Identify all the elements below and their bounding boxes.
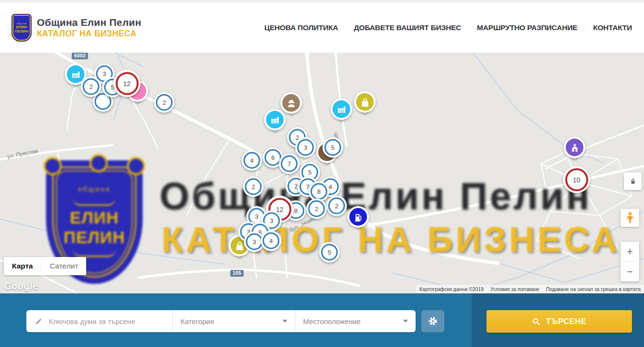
church-icon [569,142,580,153]
map-cluster-marker[interactable]: 2 [243,177,264,197]
site-title: Община Елин Пелин [37,17,141,28]
map-cluster-marker[interactable]: 3 [295,137,316,158]
fuel-icon [353,212,363,222]
location-label: Местоположение [303,317,361,325]
worker-icon [286,98,296,108]
map-cluster-marker[interactable]: 7 [279,154,300,174]
keyword-field[interactable] [26,310,172,332]
search-button[interactable]: ТЪРСЕНЕ [486,310,632,333]
cluster-count: 7 [281,156,298,172]
attribution-link-1[interactable]: Условия за ползване [487,286,542,292]
map-cluster-marker[interactable]: 4 [261,231,282,251]
map-cluster-marker[interactable]: 2 [327,196,347,216]
factory-icon [70,69,81,79]
map-type-map-button[interactable]: Карта [4,257,41,275]
map-cluster-marker[interactable]: 5 [323,137,343,158]
map-cluster-marker[interactable]: 4 [242,150,262,171]
chevron-down-icon [282,320,287,323]
cluster-count: 3 [297,139,314,156]
map-pin-factory[interactable] [264,109,286,131]
site-subtitle: КАТАЛОГ НА БИЗНЕСА [37,29,141,39]
cluster-count: 2 [308,201,325,217]
street-view-pegman-button[interactable] [621,209,639,227]
cluster-count: 12 [115,72,138,95]
cluster-count: 2 [156,94,173,111]
cluster-count: 2 [83,78,100,95]
zoom-in-button[interactable]: + [621,242,639,261]
search-fields: Категория Местоположение [26,310,416,332]
category-select[interactable]: Категория [172,310,295,332]
nav-item-2[interactable]: МАРШРУТНО РАЗПИСАНИЕ [477,23,577,32]
map-cluster-marker[interactable]: 2 [154,92,175,113]
cluster-count: 8 [311,183,328,200]
map-type-control: Карта Сателит [4,257,86,275]
pencil-icon [34,317,43,325]
map-pin-fuel[interactable] [348,206,369,228]
google-logo[interactable]: Google [4,281,38,292]
cluster-count: 5 [325,139,341,156]
header: община ЕЛИН ПЕЛИН Община Елин Пелин КАТА… [0,0,644,53]
cluster-count: 10 [565,168,588,191]
cluster-count: 4 [244,152,260,169]
main-nav: ЦЕНОВА ПОЛИТИКАДОБАВЕТЕ ВАШИЯТ БИЗНЕСМАР… [264,23,632,32]
factory-icon [336,104,347,114]
map-pin-church[interactable] [564,137,586,158]
bag-icon [360,97,370,107]
nav-item-0[interactable]: ЦЕНОВА ПОЛИТИКА [264,23,338,32]
cluster-count: 2 [328,198,345,214]
map-pin-bag[interactable] [354,91,376,113]
map-zoom-control: + − [621,242,639,281]
search-button-label: ТЪРСЕНЕ [546,317,586,326]
road-badge: 6002 [72,53,88,59]
zoom-out-button[interactable]: − [621,262,639,281]
crest-line2: ПЕЛИН [15,29,28,34]
advanced-settings-button[interactable] [421,310,444,332]
factory-icon [270,114,280,125]
map-cluster-marker[interactable]: 5 [319,242,340,263]
map-lock-button[interactable] [624,172,642,190]
nav-item-1[interactable]: ДОБАВЕТЕ ВАШИЯТ БИЗНЕС [354,23,461,32]
nav-item-3[interactable]: КОНТАКТИ [593,23,632,32]
attribution-text: Картографски данни ©2019 [416,286,487,292]
map-cluster-marker[interactable]: 10 [563,166,590,193]
map-cluster-marker[interactable]: 2 [306,199,327,219]
cluster-count: 4 [263,233,280,249]
bag-icon [234,240,245,251]
cluster-count: 2 [245,179,262,195]
search-bar: Категория Местоположение ТЪРСЕНЕ [0,293,644,347]
site-logo[interactable]: община ЕЛИН ПЕЛИН Община Елин Пелин КАТА… [11,14,141,42]
road-badge: 105 [230,270,244,277]
category-label: Категория [181,317,214,325]
municipality-crest-icon: община ЕЛИН ПЕЛИН [11,14,32,42]
cluster-count: 5 [321,244,338,261]
map-type-satellite-button[interactable]: Сателит [41,257,86,275]
search-icon [532,317,541,326]
keyword-input[interactable] [48,317,168,326]
lock-icon [629,178,637,185]
map-cluster-marker[interactable]: 2 [81,77,102,97]
location-select[interactable]: Местоположение [295,310,416,332]
map-cluster-marker[interactable]: 12 [113,70,141,97]
crest-line1: ЕЛИН [16,25,27,29]
map-attribution: Картографски данни ©2019Условия за ползв… [416,285,644,293]
gear-icon [427,315,439,327]
pegman-icon [625,212,635,224]
chevron-down-icon [403,320,408,323]
map-pin-factory[interactable] [331,99,352,120]
attribution-link-2[interactable]: Подаване на сигнал за грешка в картата [542,286,644,292]
map-canvas[interactable]: 6002105 ул. Преславбул. „Новоселции общи… [0,53,644,293]
cluster-count: 3 [246,234,263,250]
